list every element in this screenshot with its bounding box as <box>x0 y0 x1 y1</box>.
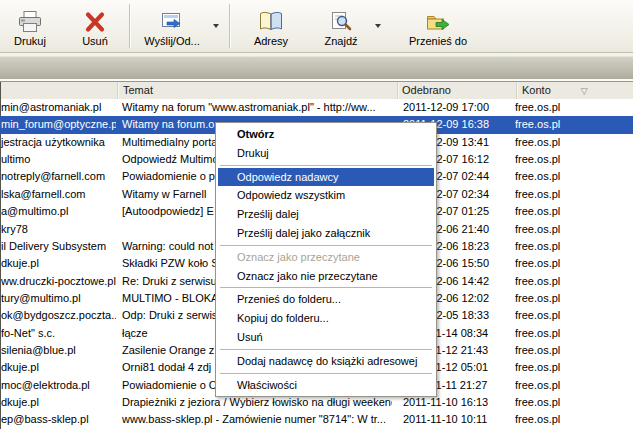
column-header-sender[interactable] <box>0 82 118 99</box>
context-menu-item[interactable]: Prześlij dalej jako załącznik <box>218 224 434 243</box>
context-menu-item[interactable]: Kopiuj do folderu... <box>218 309 434 328</box>
chevron-down-icon <box>375 24 381 28</box>
menu-separator <box>220 373 432 374</box>
folder-banner <box>0 56 633 80</box>
account-cell: free.os.pl <box>515 377 632 394</box>
sender-cell: jestracja użytkownika <box>1 134 116 151</box>
sender-cell: ultimo <box>1 151 116 168</box>
sort-descending-icon: ▽ <box>581 86 588 96</box>
account-cell: free.os.pl <box>515 99 632 116</box>
toolbar-button-addresses[interactable]: Adresy <box>239 0 303 52</box>
account-cell: free.os.pl <box>515 186 632 203</box>
toolbar-button-label: Przenieś do <box>409 35 467 48</box>
delete-icon <box>83 8 107 35</box>
account-cell: free.os.pl <box>515 221 632 238</box>
mail-window: Drukuj Usuń Wyślij/Od... <box>0 0 633 429</box>
sender-cell: silenia@blue.pl <box>1 342 116 359</box>
account-cell: free.os.pl <box>515 307 632 324</box>
sender-cell: ww.druczki-pocztowe.pl <box>1 273 116 290</box>
sender-cell: il Delivery Subsystem <box>1 238 116 255</box>
menu-separator <box>220 287 432 288</box>
sender-cell: ok@bydgoszcz.poczta... <box>1 307 116 324</box>
account-cell: free.os.pl <box>515 168 632 185</box>
send-receive-icon <box>159 8 185 35</box>
account-cell: free.os.pl <box>515 134 632 151</box>
menu-separator <box>220 165 432 166</box>
move-to-icon <box>425 8 451 35</box>
find-icon <box>328 8 354 35</box>
sender-cell: dkuje.pl <box>1 255 116 272</box>
account-cell: free.os.pl <box>515 290 632 307</box>
sender-cell: notreply@farnell.com <box>1 168 116 185</box>
context-menu-item[interactable]: Właściwości <box>218 376 434 395</box>
account-cell: free.os.pl <box>515 273 632 290</box>
toolbar-button-find[interactable]: Znajdź <box>311 0 371 52</box>
addresses-icon <box>258 8 284 35</box>
column-header-row: Temat Odebrano Konto▽ <box>0 81 633 101</box>
toolbar-button-send-receive[interactable]: Wyślij/Od... <box>135 0 209 52</box>
context-menu-item[interactable]: Dodaj nadawcę do książki adresowej <box>218 352 434 371</box>
chevron-down-icon <box>213 24 219 28</box>
toolbar: Drukuj Usuń Wyślij/Od... <box>0 0 633 53</box>
account-cell: free.os.pl <box>515 325 632 342</box>
account-cell: free.os.pl <box>515 116 632 133</box>
toolbar-button-label: Znajdź <box>324 35 357 48</box>
account-cell: free.os.pl <box>515 394 632 411</box>
context-menu-item[interactable]: Odpowiedz nadawcy <box>218 168 434 187</box>
printer-icon <box>17 8 43 35</box>
toolbar-button-delete[interactable]: Usuń <box>66 0 124 52</box>
toolbar-button-label: Adresy <box>254 35 288 48</box>
toolbar-button-move-to[interactable]: Przenieś do <box>398 0 478 52</box>
message-row[interactable]: ep@bass-sklep.plwww.bass-sklep.pl - Zamó… <box>0 411 633 428</box>
context-menu-item[interactable]: Drukuj <box>218 144 434 163</box>
sender-cell: moc@elektroda.pl <box>1 377 116 394</box>
context-menu: OtwórzDrukujOdpowiedz nadawcyOdpowiedz w… <box>215 122 437 397</box>
column-header-account[interactable]: Konto▽ <box>508 82 633 99</box>
account-cell: free.os.pl <box>515 359 632 376</box>
sender-cell: min@astromaniak.pl <box>1 99 116 116</box>
sender-cell: a@multimo.pl <box>1 203 116 220</box>
menu-separator <box>220 245 432 246</box>
toolbar-button-label: Drukuj <box>14 35 46 48</box>
account-cell: free.os.pl <box>515 203 632 220</box>
toolbar-separator <box>129 4 130 48</box>
toolbar-button-label: Usuń <box>82 35 108 48</box>
context-menu-item: Oznacz jako przeczytane <box>218 248 434 267</box>
context-menu-item[interactable]: Usuń <box>218 328 434 347</box>
toolbar-separator <box>229 4 230 48</box>
context-menu-item[interactable]: Przenieś do folderu... <box>218 290 434 309</box>
subject-cell: www.bass-sklep.pl - Zamówienie numer "87… <box>122 411 392 428</box>
account-cell: free.os.pl <box>515 411 632 428</box>
account-cell: free.os.pl <box>515 151 632 168</box>
toolbar-button-print[interactable]: Drukuj <box>0 0 60 52</box>
sender-cell: tury@multimo.pl <box>1 290 116 307</box>
context-menu-item[interactable]: Oznacz jako nie przeczytane <box>218 267 434 286</box>
column-header-subject[interactable]: Temat <box>118 82 398 99</box>
account-cell: free.os.pl <box>515 238 632 255</box>
context-menu-item[interactable]: Odpowiedz wszystkim <box>218 186 434 205</box>
sender-cell: kry78 <box>1 221 116 238</box>
received-cell: 2011-11-10 10:11 <box>403 411 506 428</box>
column-header-account-label: Konto <box>522 84 551 96</box>
sender-cell: lska@farnell.com <box>1 186 116 203</box>
find-dropdown[interactable] <box>371 0 384 52</box>
received-cell: 2011-12-09 17:00 <box>403 99 506 116</box>
subject-cell: Witamy na forum "www.astromaniak.pl" - h… <box>122 99 392 116</box>
context-menu-item[interactable]: Prześlij dalej <box>218 205 434 224</box>
menu-separator <box>220 349 432 350</box>
sender-cell: fo-Net" s.c. <box>1 325 116 342</box>
message-row[interactable]: min@astromaniak.plWitamy na forum "www.a… <box>0 99 633 116</box>
sender-cell: dkuje.pl <box>1 359 116 376</box>
sender-cell: min_forum@optyczne.pl <box>1 116 116 133</box>
column-header-received[interactable]: Odebrano <box>393 82 517 99</box>
account-cell: free.os.pl <box>515 255 632 272</box>
context-menu-item[interactable]: Otwórz <box>218 125 434 144</box>
toolbar-button-label: Wyślij/Od... <box>144 35 200 48</box>
sender-cell: ep@bass-sklep.pl <box>1 411 116 428</box>
send-receive-dropdown[interactable] <box>209 0 222 52</box>
sender-cell: dkuje.pl <box>1 394 116 411</box>
account-cell: free.os.pl <box>515 342 632 359</box>
